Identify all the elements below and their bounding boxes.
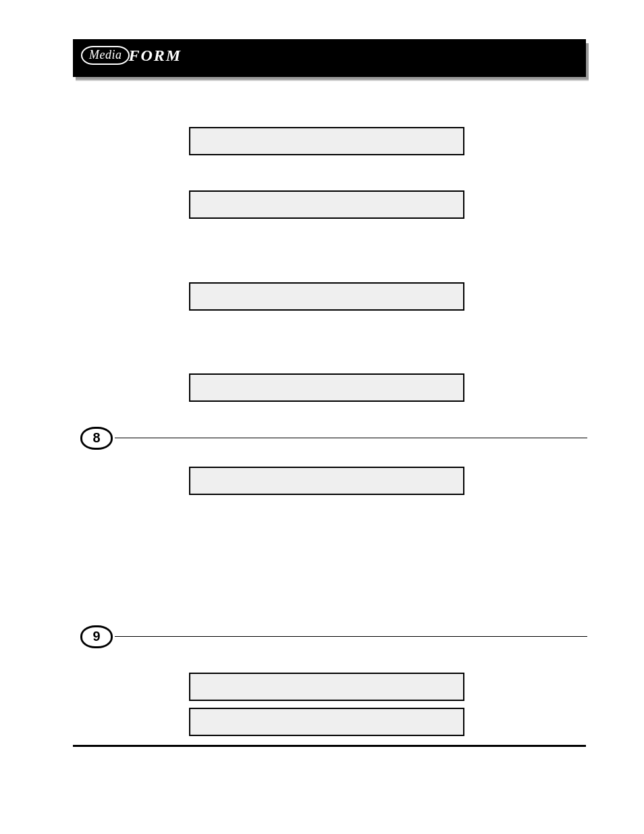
brand-logo-text: FORM	[128, 47, 182, 65]
footer-rule	[73, 745, 586, 747]
step-number-badge: 9	[80, 625, 113, 648]
lcd-display	[189, 282, 464, 311]
lcd-display	[189, 373, 464, 402]
step-number: 8	[92, 430, 100, 445]
lcd-display	[189, 673, 464, 701]
lcd-display	[189, 127, 464, 155]
lcd-display	[189, 467, 464, 495]
step-divider	[115, 636, 587, 637]
lcd-display	[189, 708, 464, 736]
step-divider	[115, 438, 587, 438]
page: Media FORM 8 9	[0, 0, 644, 834]
brand-logo-oval: Media	[81, 46, 130, 65]
step-number-badge: 8	[80, 427, 113, 450]
step-number: 9	[92, 629, 100, 644]
header-bar: Media FORM	[73, 39, 586, 77]
brand-logo: Media FORM	[81, 46, 182, 69]
lcd-display	[189, 190, 464, 219]
